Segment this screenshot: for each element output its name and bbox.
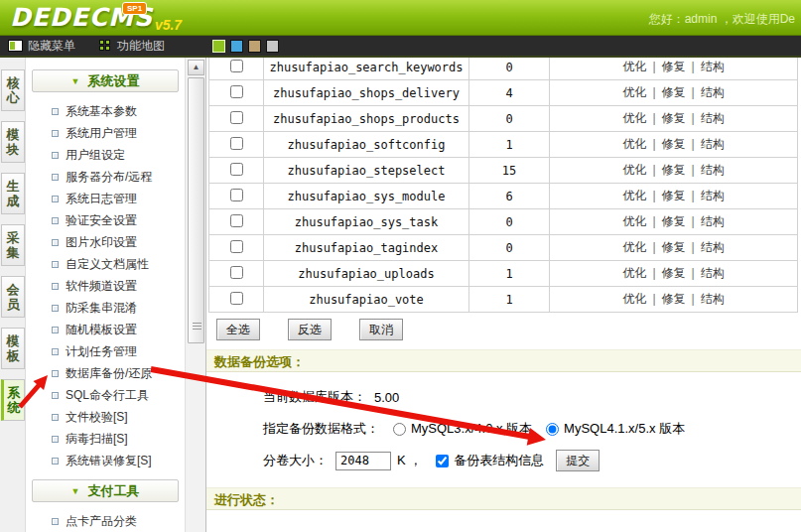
menu-item-label: SQL命令行工具 [66, 388, 149, 402]
menu-item-病毒扫描[S][interactable]: 病毒扫描[S] [26, 428, 185, 450]
row-checkbox-zhusufapiao_search_keywords[interactable] [230, 60, 243, 72]
op-link-优化[interactable]: 优化 [622, 240, 646, 254]
mysql4-radio[interactable] [546, 423, 559, 436]
side-tab-模板[interactable]: 模板 [1, 328, 25, 369]
menu-item-服务器分布/远程[interactable]: 服务器分布/远程 [26, 166, 185, 188]
op-link-结构[interactable]: 结构 [701, 163, 725, 177]
op-link-结构[interactable]: 结构 [701, 214, 725, 228]
submit-button[interactable]: 提交 [556, 450, 600, 471]
invert-selection-button[interactable]: 反选 [288, 319, 332, 340]
table-structure-checkbox[interactable] [436, 455, 449, 467]
row-checkbox-zhusufapiao_vote[interactable] [230, 292, 243, 305]
theme-color-square-3[interactable] [266, 40, 279, 53]
menu-item-图片水印设置[interactable]: 图片水印设置 [26, 231, 185, 253]
op-link-修复[interactable]: 修复 [662, 137, 686, 151]
op-link-结构[interactable]: 结构 [701, 137, 725, 151]
menu-section-header-支付工具[interactable]: ▼支付工具 [32, 479, 179, 502]
menu-item-自定义文档属性[interactable]: 自定义文档属性 [26, 253, 185, 275]
menu-item-系统用户管理[interactable]: 系统用户管理 [26, 122, 185, 144]
op-link-优化[interactable]: 优化 [622, 189, 646, 202]
cancel-selection-button[interactable]: 取消 [359, 319, 403, 340]
scrollbar-up-arrow[interactable]: ▲ [188, 60, 204, 75]
op-link-优化[interactable]: 优化 [622, 111, 646, 125]
op-link-结构[interactable]: 结构 [701, 111, 725, 125]
op-link-结构[interactable]: 结构 [701, 60, 725, 73]
menu-item-验证安全设置[interactable]: 验证安全设置 [26, 209, 185, 231]
menu-item-list: 点卡产品分类 [26, 510, 185, 532]
row-checkbox-zhusufapiao_sys_task[interactable] [230, 214, 243, 227]
menu-item-计划任务管理[interactable]: 计划任务管理 [26, 340, 185, 362]
mysql3-radio[interactable] [393, 423, 406, 436]
op-link-优化[interactable]: 优化 [622, 214, 646, 228]
row-checkbox-zhusufapiao_stepselect[interactable] [230, 163, 243, 176]
hide-menu-icon [8, 40, 23, 52]
scrollbar-thumb[interactable] [188, 77, 204, 343]
row-checkbox-zhusufapiao_shops_delivery[interactable] [230, 85, 243, 98]
menu-section-header-系统设置[interactable]: ▼系统设置 [32, 69, 179, 92]
op-link-修复[interactable]: 修复 [662, 240, 686, 254]
menu-item-用户组设定[interactable]: 用户组设定 [26, 144, 185, 166]
op-link-结构[interactable]: 结构 [701, 189, 725, 202]
side-tab-模块[interactable]: 模块 [1, 121, 25, 163]
op-link-结构[interactable]: 结构 [701, 292, 725, 306]
menu-item-label: 随机模板设置 [66, 323, 137, 336]
row-checkbox-zhusufapiao_uploads[interactable] [230, 266, 243, 279]
row-checkbox-zhusufapiao_softconfig[interactable] [230, 137, 243, 150]
op-link-优化[interactable]: 优化 [622, 137, 646, 151]
bullet-square-icon [52, 436, 59, 443]
mysql4-radio-label[interactable]: MySQL4.1.x/5.x 版本 [564, 420, 685, 438]
menu-item-随机模板设置[interactable]: 随机模板设置 [26, 319, 185, 340]
op-link-优化[interactable]: 优化 [622, 60, 646, 73]
side-tab-系统[interactable]: 系统 [1, 379, 25, 421]
menu-item-点卡产品分类[interactable]: 点卡产品分类 [26, 510, 185, 532]
operations-cell: 优化|修复|结构 [550, 58, 798, 80]
row-checkbox-zhusufapiao_tagindex[interactable] [230, 240, 243, 253]
hide-menu-button[interactable]: 隐藏菜单 [8, 38, 75, 55]
op-link-优化[interactable]: 优化 [622, 85, 646, 99]
menu-item-防采集串混淆[interactable]: 防采集串混淆 [26, 297, 185, 319]
side-tab-核心[interactable]: 核心 [1, 69, 25, 111]
menu-item-SQL命令行工具[interactable]: SQL命令行工具 [26, 384, 185, 406]
table-row: zhusufapiao_tagindex0优化|修复|结构 [209, 235, 798, 261]
op-link-修复[interactable]: 修复 [662, 60, 686, 73]
op-link-修复[interactable]: 修复 [662, 163, 686, 177]
record-count-cell: 15 [469, 158, 550, 184]
menu-item-系统日志管理[interactable]: 系统日志管理 [26, 188, 185, 209]
op-link-结构[interactable]: 结构 [701, 85, 725, 99]
menu-item-系统基本参数[interactable]: 系统基本参数 [26, 100, 185, 122]
theme-color-square-0[interactable] [212, 40, 225, 53]
op-link-修复[interactable]: 修复 [662, 111, 686, 125]
op-link-修复[interactable]: 修复 [662, 189, 686, 202]
select-all-button[interactable]: 全选 [216, 319, 260, 340]
db-version-line: 当前数据库版本： 5.00 [206, 388, 801, 406]
row-checkbox-zhusufapiao_sys_module[interactable] [230, 189, 243, 201]
function-map-button[interactable]: 功能地图 [99, 38, 165, 55]
table-structure-label[interactable]: 备份表结构信息 [454, 452, 544, 469]
theme-color-square-1[interactable] [230, 40, 243, 53]
op-link-优化[interactable]: 优化 [622, 163, 646, 177]
menu-item-系统错误修复[S][interactable]: 系统错误修复[S] [26, 450, 185, 471]
op-link-修复[interactable]: 修复 [662, 292, 686, 306]
menu-item-软件频道设置[interactable]: 软件频道设置 [26, 275, 185, 297]
side-tab-生成[interactable]: 生成 [1, 173, 25, 214]
op-link-修复[interactable]: 修复 [662, 85, 686, 99]
menu-item-数据库备份/还原[interactable]: 数据库备份/还原 [26, 362, 185, 384]
menu-item-文件校验[S][interactable]: 文件校验[S] [26, 406, 185, 428]
theme-color-square-2[interactable] [248, 40, 261, 53]
record-count-cell: 1 [469, 261, 550, 287]
backup-format-label: 指定备份数据格式： [263, 420, 379, 438]
side-tab-采集[interactable]: 采集 [1, 224, 25, 266]
op-link-结构[interactable]: 结构 [701, 240, 725, 254]
sidebar-scrollbar[interactable]: ▲ [185, 58, 205, 532]
welcome-text: 您好：admin ，欢迎使用De [649, 11, 795, 28]
mysql3-radio-label[interactable]: MySQL3.x/4.0.x 版本 [411, 420, 532, 438]
side-tab-会员[interactable]: 会员 [1, 276, 25, 318]
op-link-优化[interactable]: 优化 [622, 292, 646, 306]
row-checkbox-zhusufapiao_shops_products[interactable] [230, 111, 243, 124]
op-link-修复[interactable]: 修复 [662, 214, 686, 228]
op-link-结构[interactable]: 结构 [701, 266, 725, 280]
progress-status-header: 进行状态： [206, 487, 801, 510]
volume-size-input[interactable] [335, 452, 391, 470]
op-link-修复[interactable]: 修复 [662, 266, 686, 280]
op-link-优化[interactable]: 优化 [622, 266, 646, 280]
